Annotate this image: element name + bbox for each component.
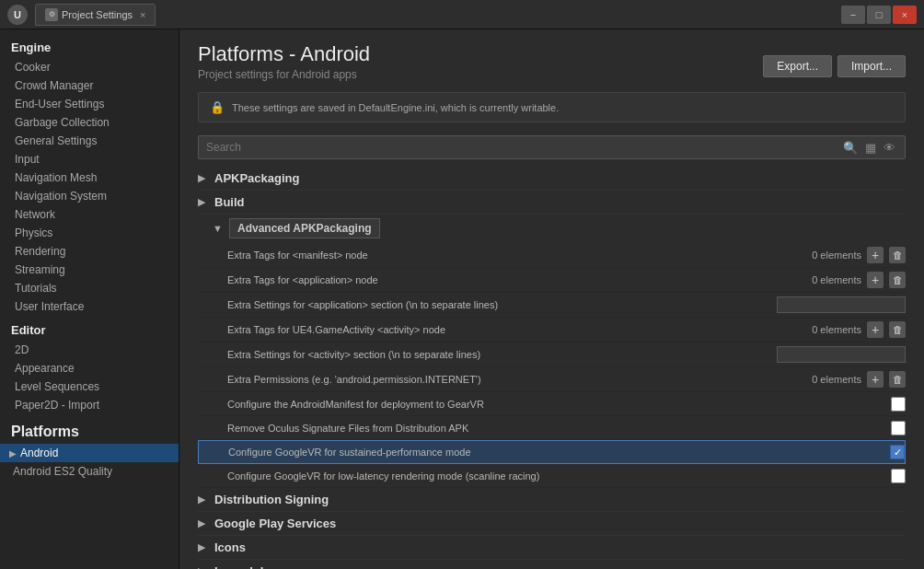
configure-googlevr-sustained-value: ✓	[794, 445, 905, 459]
sidebar-item-general-settings[interactable]: General Settings	[0, 132, 179, 150]
distribution-signing-title: Distribution Signing	[214, 493, 329, 506]
sidebar-item-network[interactable]: Network	[0, 205, 179, 224]
tab-label: Project Settings	[62, 9, 133, 20]
content-area: Platforms - Android Project settings for…	[179, 29, 924, 569]
android-arrow-icon: ▶	[9, 448, 17, 459]
build-title: Build	[214, 195, 245, 209]
title-bar: U ⚙ Project Settings × − □ ×	[0, 0, 924, 29]
settings-tab-icon: ⚙	[45, 8, 58, 21]
sidebar-item-android[interactable]: ▶ Android	[0, 444, 179, 462]
launch-images-arrow-icon: ▶	[198, 565, 209, 569]
extra-permissions-delete-button[interactable]: 🗑	[889, 371, 906, 388]
configure-android-gearvr-value	[795, 397, 906, 412]
extra-tags-manifest-label: Extra Tags for <manifest> node	[227, 250, 795, 261]
sidebar-item-garbage-collection[interactable]: Garbage Collection	[0, 113, 179, 132]
configure-android-gearvr-checkbox[interactable]	[891, 397, 906, 412]
project-settings-tab[interactable]: ⚙ Project Settings ×	[35, 4, 156, 26]
configure-googlevr-sustained-checkbox[interactable]: ✓	[890, 445, 905, 459]
launch-images-section[interactable]: ▶ Launch Images	[198, 560, 906, 569]
extra-settings-activity-row: Extra Settings for <activity> section (\…	[198, 343, 906, 367]
sidebar-item-navigation-mesh[interactable]: Navigation Mesh	[0, 168, 179, 187]
extra-permissions-label: Extra Permissions (e.g. 'android.permiss…	[227, 374, 795, 385]
extra-settings-application-input[interactable]	[777, 296, 906, 313]
export-button[interactable]: Export...	[763, 55, 832, 77]
extra-tags-ue4-activity-label: Extra Tags for UE4.GameActivity <activit…	[227, 324, 795, 335]
sidebar-item-rendering[interactable]: Rendering	[0, 242, 179, 261]
sidebar-item-appearance[interactable]: Appearance	[0, 359, 179, 377]
sidebar-item-cooker[interactable]: Cooker	[0, 58, 179, 76]
content-header: Platforms - Android Project settings for…	[179, 29, 924, 85]
configure-googlevr-latency-checkbox[interactable]	[891, 469, 906, 483]
tab-close-button[interactable]: ×	[140, 9, 145, 20]
close-button[interactable]: ×	[893, 6, 917, 24]
configure-googlevr-sustained-label: Configure GoogleVR for sustained-perform…	[228, 447, 794, 458]
configure-googlevr-latency-row: Configure GoogleVR for low-latency rende…	[198, 464, 906, 488]
sidebar-item-level-sequences[interactable]: Level Sequences	[0, 377, 179, 396]
sidebar-item-physics[interactable]: Physics	[0, 224, 179, 242]
eye-icon[interactable]: 👁	[882, 139, 897, 157]
sidebar-item-android-es2-quality[interactable]: Android ES2 Quality	[0, 462, 179, 481]
sidebar-item-crowd-manager[interactable]: Crowd Manager	[0, 76, 179, 95]
extra-settings-application-label: Extra Settings for <application> section…	[227, 299, 777, 310]
extra-permissions-add-button[interactable]: +	[867, 371, 884, 388]
app-logo: U	[7, 5, 28, 25]
extra-tags-application-delete-button[interactable]: 🗑	[889, 272, 906, 288]
extra-tags-application-value: 0 elements + 🗑	[795, 272, 906, 288]
platforms-section-header: Platforms	[0, 414, 179, 444]
advanced-apk-arrow-icon: ▼	[213, 223, 224, 234]
extra-tags-ue4-activity-add-button[interactable]: +	[867, 321, 884, 338]
extra-permissions-value: 0 elements + 🗑	[795, 371, 906, 388]
sidebar-item-navigation-system[interactable]: Navigation System	[0, 187, 179, 205]
distribution-signing-arrow-icon: ▶	[198, 494, 209, 505]
sidebar-item-input[interactable]: Input	[0, 150, 179, 168]
search-magnifier-icon[interactable]: 🔍	[841, 139, 860, 157]
sidebar-item-streaming[interactable]: Streaming	[0, 261, 179, 279]
extra-settings-activity-input[interactable]	[777, 346, 906, 363]
build-arrow-icon: ▶	[198, 196, 209, 208]
grid-view-icon[interactable]: ▦	[863, 139, 878, 157]
title-area: Platforms - Android Project settings for…	[198, 42, 370, 81]
extra-settings-application-row: Extra Settings for <application> section…	[198, 293, 906, 318]
remove-oculus-signature-checkbox[interactable]	[891, 421, 906, 435]
google-play-services-section[interactable]: ▶ Google Play Services	[198, 512, 906, 536]
main-layout: Engine Cooker Crowd Manager End-User Set…	[0, 29, 924, 569]
extra-settings-application-value	[777, 296, 906, 313]
icons-title: Icons	[214, 540, 246, 554]
google-play-services-arrow-icon: ▶	[198, 517, 209, 529]
icons-arrow-icon: ▶	[198, 541, 209, 553]
sidebar-item-tutorials[interactable]: Tutorials	[0, 279, 179, 297]
extra-tags-manifest-add-button[interactable]: +	[867, 247, 884, 263]
extra-tags-ue4-activity-row: Extra Tags for UE4.GameActivity <activit…	[198, 318, 906, 343]
sidebar-item-paper2d-import[interactable]: Paper2D - Import	[0, 396, 179, 414]
restore-button[interactable]: □	[867, 6, 891, 24]
search-icons: 🔍 ▦ 👁	[841, 139, 897, 157]
advanced-apk-packaging-section[interactable]: ▼ Advanced APKPackaging	[198, 215, 906, 243]
search-input[interactable]	[206, 136, 841, 158]
extra-tags-manifest-delete-button[interactable]: 🗑	[889, 247, 906, 263]
icons-section[interactable]: ▶ Icons	[198, 536, 906, 560]
editor-section-header: Editor	[0, 316, 179, 341]
distribution-signing-section[interactable]: ▶ Distribution Signing	[198, 488, 906, 512]
import-button[interactable]: Import...	[837, 55, 906, 77]
extra-tags-application-label: Extra Tags for <application> node	[227, 274, 795, 285]
sidebar-item-2d[interactable]: 2D	[0, 341, 179, 359]
google-play-services-title: Google Play Services	[214, 517, 336, 530]
configure-googlevr-latency-value	[795, 469, 906, 483]
extra-tags-application-add-button[interactable]: +	[867, 272, 884, 288]
remove-oculus-signature-row: Remove Oculus Signature Files from Distr…	[198, 416, 906, 440]
header-buttons: Export... Import...	[763, 55, 906, 77]
extra-tags-ue4-activity-count: 0 elements	[812, 324, 861, 335]
settings-content: ▶ APKPackaging ▶ Build ▼ Advanced APKPac…	[179, 167, 924, 569]
minimize-button[interactable]: −	[841, 6, 865, 24]
build-section[interactable]: ▶ Build	[198, 191, 906, 215]
sidebar-item-user-interface[interactable]: User Interface	[0, 297, 179, 316]
engine-section-header: Engine	[0, 33, 179, 58]
sidebar-item-end-user-settings[interactable]: End-User Settings	[0, 95, 179, 113]
android-es2-label: Android ES2 Quality	[13, 465, 112, 478]
launch-images-title: Launch Images	[214, 564, 302, 569]
extra-tags-ue4-activity-delete-button[interactable]: 🗑	[889, 321, 906, 338]
extra-settings-activity-value	[777, 346, 906, 363]
apk-packaging-section[interactable]: ▶ APKPackaging	[198, 167, 906, 191]
lock-icon: 🔒	[210, 100, 225, 114]
info-text: These settings are saved in DefaultEngin…	[232, 102, 559, 113]
